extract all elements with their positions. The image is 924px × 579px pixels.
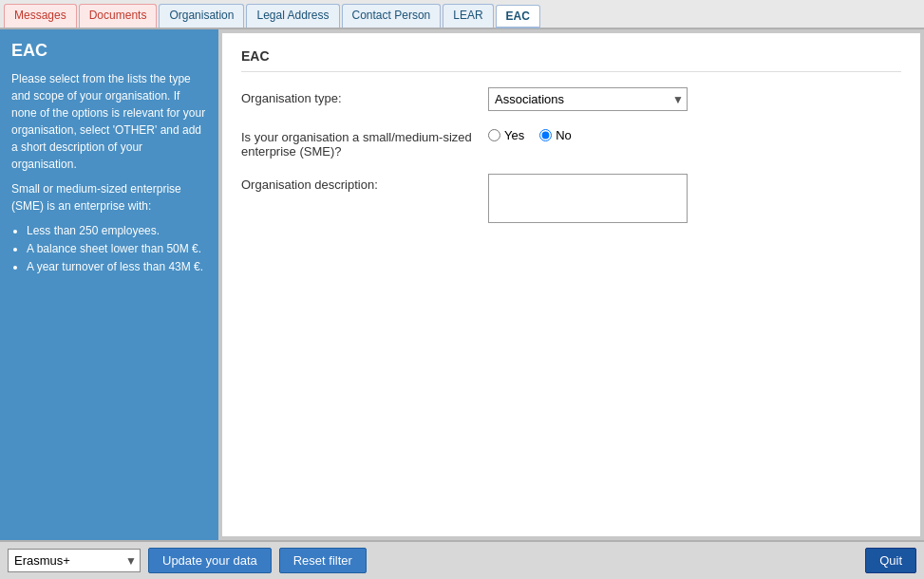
sme-no-radio[interactable]: [539, 129, 552, 141]
tab-eac[interactable]: EAC: [496, 5, 540, 28]
update-button[interactable]: Update your data: [148, 548, 272, 573]
sme-radio-group: Yes No: [488, 126, 901, 142]
tab-documents[interactable]: Documents: [79, 4, 158, 28]
content-panel: EAC Organisation type: AssociationsOther…: [222, 33, 920, 536]
sme-label: Is your organisation a small/medium-size…: [241, 126, 488, 159]
org-description-control: [488, 174, 901, 226]
tab-organisation[interactable]: Organisation: [159, 4, 244, 28]
sme-row: Is your organisation a small/medium-size…: [241, 126, 901, 159]
tab-contact-person[interactable]: Contact Person: [342, 4, 442, 28]
main-area: EAC Please select from the lists the typ…: [0, 29, 924, 540]
org-type-label: Organisation type:: [241, 87, 488, 105]
sme-yes-option[interactable]: Yes: [488, 128, 524, 142]
program-select[interactable]: Erasmus+Horizon 2020Other: [8, 549, 141, 572]
org-type-select[interactable]: AssociationsOtherNGOPublic BodyUniversit…: [488, 87, 688, 111]
footer-bar: Erasmus+Horizon 2020Other ▼ Update your …: [0, 540, 924, 579]
sidebar-description1: Please select from the lists the type an…: [11, 70, 207, 173]
sme-no-option[interactable]: No: [539, 128, 572, 142]
sidebar-bullet3: A year turnover of less than 43M €.: [27, 258, 207, 276]
content-heading: EAC: [241, 48, 901, 72]
org-description-label: Organisation description:: [241, 174, 488, 192]
org-type-control: AssociationsOtherNGOPublic BodyUniversit…: [488, 87, 901, 111]
sidebar-description2: Small or medium-sized enterprise (SME) i…: [11, 180, 207, 215]
tab-messages[interactable]: Messages: [4, 4, 77, 28]
sidebar-bullet1: Less than 250 employees.: [27, 222, 207, 240]
program-select-wrapper: Erasmus+Horizon 2020Other ▼: [8, 549, 141, 572]
sidebar-list: Less than 250 employees. A balance sheet…: [27, 222, 207, 277]
sidebar-bullet2: A balance sheet lower than 50M €.: [27, 240, 207, 258]
sme-yes-label: Yes: [504, 128, 524, 142]
form-section: Organisation type: AssociationsOtherNGOP…: [241, 87, 901, 226]
reset-button[interactable]: Reset filter: [279, 548, 367, 573]
sme-control: Yes No: [488, 126, 901, 142]
org-type-select-wrapper: AssociationsOtherNGOPublic BodyUniversit…: [488, 87, 688, 111]
org-type-row: Organisation type: AssociationsOtherNGOP…: [241, 87, 901, 111]
org-description-textarea[interactable]: [488, 174, 688, 223]
org-description-row: Organisation description:: [241, 174, 901, 226]
tabs-bar: MessagesDocumentsOrganisationLegal Addre…: [0, 0, 924, 29]
tab-lear[interactable]: LEAR: [443, 4, 493, 28]
sme-yes-radio[interactable]: [488, 129, 500, 141]
sme-no-label: No: [556, 128, 572, 142]
quit-button[interactable]: Quit: [865, 548, 916, 573]
sidebar: EAC Please select from the lists the typ…: [0, 29, 218, 540]
tab-legal-address[interactable]: Legal Address: [246, 4, 339, 28]
sidebar-title: EAC: [11, 41, 207, 61]
